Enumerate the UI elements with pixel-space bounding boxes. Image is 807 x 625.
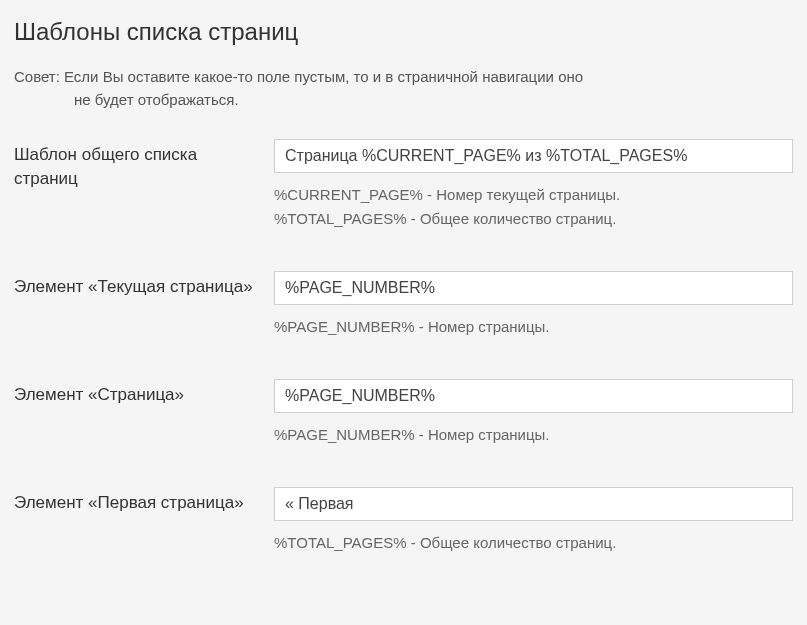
row-page: Элемент «Страница» %PAGE_NUMBER% - Номер…: [14, 379, 793, 447]
label-current-page: Элемент «Текущая страница»: [14, 271, 274, 299]
input-page[interactable]: [274, 379, 793, 413]
help-total-pages-token: %TOTAL_PAGES% - Общее количество страниц…: [274, 207, 793, 231]
field-current-page: %PAGE_NUMBER% - Номер страницы.: [274, 271, 793, 339]
row-first-page: Элемент «Первая страница» %TOTAL_PAGES% …: [14, 487, 793, 555]
field-first-page: %TOTAL_PAGES% - Общее количество страниц…: [274, 487, 793, 555]
help-current-page-token: %CURRENT_PAGE% - Номер текущей страницы.: [274, 183, 793, 207]
label-overall-template: Шаблон общего списка страниц: [14, 139, 274, 191]
section-title: Шаблоны списка страниц: [14, 18, 793, 46]
help-page: %PAGE_NUMBER% - Номер страницы.: [274, 423, 793, 447]
tip-text-line2: не будет отображаться.: [14, 89, 793, 112]
input-current-page[interactable]: [274, 271, 793, 305]
input-overall-template[interactable]: [274, 139, 793, 173]
tip-label: Совет:: [14, 68, 60, 85]
tip-row: Совет: Если Вы оставите какое-то поле пу…: [14, 66, 793, 111]
row-current-page: Элемент «Текущая страница» %PAGE_NUMBER%…: [14, 271, 793, 339]
tip-text-line1: Если Вы оставите какое-то поле пустым, т…: [60, 68, 583, 85]
help-overall-template: %CURRENT_PAGE% - Номер текущей страницы.…: [274, 183, 793, 231]
field-page: %PAGE_NUMBER% - Номер страницы.: [274, 379, 793, 447]
help-first-page: %TOTAL_PAGES% - Общее количество страниц…: [274, 531, 793, 555]
field-overall-template: %CURRENT_PAGE% - Номер текущей страницы.…: [274, 139, 793, 231]
input-first-page[interactable]: [274, 487, 793, 521]
label-first-page: Элемент «Первая страница»: [14, 487, 274, 515]
row-overall-template: Шаблон общего списка страниц %CURRENT_PA…: [14, 139, 793, 231]
label-page: Элемент «Страница»: [14, 379, 274, 407]
help-current-page: %PAGE_NUMBER% - Номер страницы.: [274, 315, 793, 339]
